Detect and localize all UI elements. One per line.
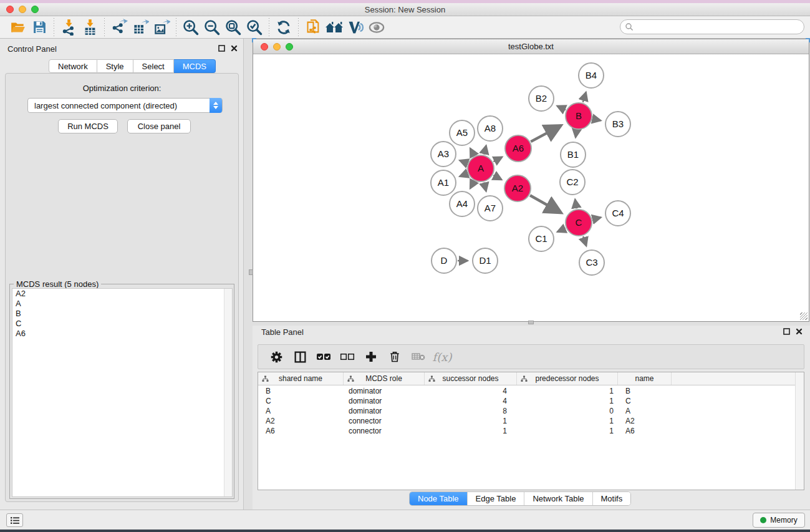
home-button[interactable]	[324, 18, 345, 37]
export-image-icon	[153, 19, 170, 36]
zoom-in-button[interactable]	[180, 18, 201, 37]
search-input[interactable]	[620, 19, 804, 34]
export-table-button[interactable]	[130, 18, 151, 37]
columns-button[interactable]	[288, 347, 312, 367]
float-panel-icon[interactable]	[218, 45, 225, 52]
tab-network[interactable]: Network	[49, 59, 97, 73]
graph-edge-A-A6[interactable]	[493, 157, 502, 162]
graph-edge-A-A8[interactable]	[484, 145, 486, 154]
mcds-result-item[interactable]: A6	[12, 329, 232, 339]
column-header-shared-name[interactable]: shared name	[258, 372, 344, 385]
network-canvas[interactable]: B4B2BB3A5A8A6A3B1AA1C2A2A4A7CC4C1C3DD1	[254, 55, 808, 321]
minimize-network-button[interactable]	[273, 43, 281, 51]
mcds-result-item[interactable]: C	[12, 319, 232, 329]
eye-button[interactable]	[366, 18, 387, 37]
graph-node-label: B2	[536, 93, 547, 104]
gear-button[interactable]	[264, 347, 288, 367]
graph-edge-C-C3[interactable]	[583, 236, 586, 246]
columns-icon	[294, 351, 307, 364]
network-window-titlebar[interactable]: testGlobe.txt	[253, 39, 809, 54]
table-row[interactable]: A6connector11A6	[258, 426, 796, 436]
scroll-handle[interactable]	[249, 269, 253, 275]
graph-edge-B-B1[interactable]	[576, 130, 577, 138]
graph-edge-B-B3[interactable]	[593, 119, 601, 121]
graph-node-label: B	[576, 110, 582, 121]
tab-mcds[interactable]: MCDS	[174, 59, 216, 73]
column-header-predecessor-nodes[interactable]: predecessor nodes	[517, 372, 618, 385]
graph-edge-C-C4[interactable]	[592, 217, 600, 219]
select-all-button[interactable]	[312, 347, 335, 367]
column-header-successor-nodes[interactable]: successor nodes	[425, 372, 517, 385]
tab-select[interactable]: Select	[133, 59, 174, 73]
table-row[interactable]: A2connector11A2	[258, 416, 796, 426]
column-header-mcds-role[interactable]: MCDS role	[344, 372, 425, 385]
graph-edge-A6-B[interactable]	[531, 125, 561, 142]
deselect-all-button[interactable]	[335, 347, 359, 367]
export-network-button[interactable]	[108, 18, 130, 37]
graph-edge-A-A1[interactable]	[460, 173, 467, 177]
zoom-network-button[interactable]	[286, 43, 293, 51]
network-window-title: testGlobe.txt	[508, 42, 554, 51]
network-snapshot-button[interactable]	[302, 18, 324, 37]
list-scrollbar[interactable]	[224, 289, 232, 496]
delete-table-button[interactable]	[407, 347, 430, 367]
table-scrollbar[interactable]	[795, 372, 804, 490]
float-panel-icon[interactable]	[783, 328, 790, 335]
scroll-handle[interactable]	[528, 321, 534, 324]
graph-edge-C-C2[interactable]	[575, 200, 576, 209]
mcds-result-item[interactable]: B	[12, 309, 232, 319]
open-file-button[interactable]	[7, 18, 29, 37]
task-history-button[interactable]	[6, 513, 23, 527]
optimization-criterion-select[interactable]: largest connected component (directed)	[27, 98, 223, 113]
memory-button[interactable]: Memory	[753, 513, 805, 528]
close-window-button[interactable]	[6, 6, 14, 13]
mcds-result-group: MCDS result (5 nodes) A2ABCA6	[9, 284, 234, 499]
save-session-button[interactable]	[29, 18, 50, 37]
close-panel-icon[interactable]	[231, 45, 238, 52]
add-column-button[interactable]	[359, 347, 383, 367]
zoom-out-button[interactable]	[201, 18, 223, 37]
minimize-window-button[interactable]	[19, 6, 26, 13]
eye-icon	[368, 19, 385, 36]
tab-motifs[interactable]: Motifs	[593, 492, 631, 505]
graph-edge-A-A3[interactable]	[460, 160, 467, 163]
table-row[interactable]: Bdominator41B	[258, 386, 796, 396]
graph-edge-A-A5[interactable]	[470, 148, 474, 156]
graph-edge-C-C1[interactable]	[557, 228, 566, 232]
graph-node-label: B1	[567, 149, 579, 160]
graph-node-label: A7	[485, 203, 496, 213]
zoom-selected-button[interactable]	[244, 18, 265, 37]
close-network-button[interactable]	[261, 43, 268, 51]
run-mcds-button[interactable]: Run MCDS	[58, 119, 118, 133]
graph-node-label: A8	[485, 123, 496, 133]
function-builder-button[interactable]: f(x)	[430, 347, 454, 367]
table-row[interactable]: Cdominator41C	[258, 396, 796, 406]
graph-edge-A2-C[interactable]	[530, 195, 561, 213]
tab-network-table[interactable]: Network Table	[524, 492, 592, 505]
refresh-button[interactable]	[273, 18, 294, 37]
close-panel-icon[interactable]	[796, 328, 803, 335]
graph-edge-A-A2[interactable]	[493, 175, 501, 180]
graph-edge-A-A4[interactable]	[470, 181, 474, 188]
table-row[interactable]: Adominator80A	[258, 406, 796, 416]
graph-edge-A-A7[interactable]	[484, 182, 486, 191]
graphics-details-button[interactable]	[345, 18, 366, 37]
delete-column-button[interactable]	[383, 347, 407, 367]
table-cell: C	[258, 396, 344, 406]
import-network-button[interactable]	[58, 18, 79, 37]
tab-style[interactable]: Style	[97, 59, 133, 73]
table-cell: B	[258, 386, 344, 396]
mcds-result-item[interactable]: A	[12, 299, 232, 309]
zoom-fit-button[interactable]	[223, 18, 244, 37]
tab-edge-table[interactable]: Edge Table	[468, 492, 525, 505]
tab-node-table[interactable]: Node Table	[410, 492, 468, 505]
zoom-window-button[interactable]	[31, 6, 39, 13]
import-table-button[interactable]	[79, 18, 100, 37]
graph-edge-B-B4[interactable]	[583, 92, 586, 102]
mcds-result-item[interactable]: A2	[12, 289, 232, 299]
column-header-name[interactable]: name	[618, 372, 672, 385]
close-panel-button[interactable]: Close panel	[127, 119, 191, 133]
resize-grip-icon[interactable]	[800, 312, 808, 320]
export-image-button[interactable]	[151, 18, 172, 37]
graph-edge-B-B2[interactable]	[557, 106, 566, 110]
